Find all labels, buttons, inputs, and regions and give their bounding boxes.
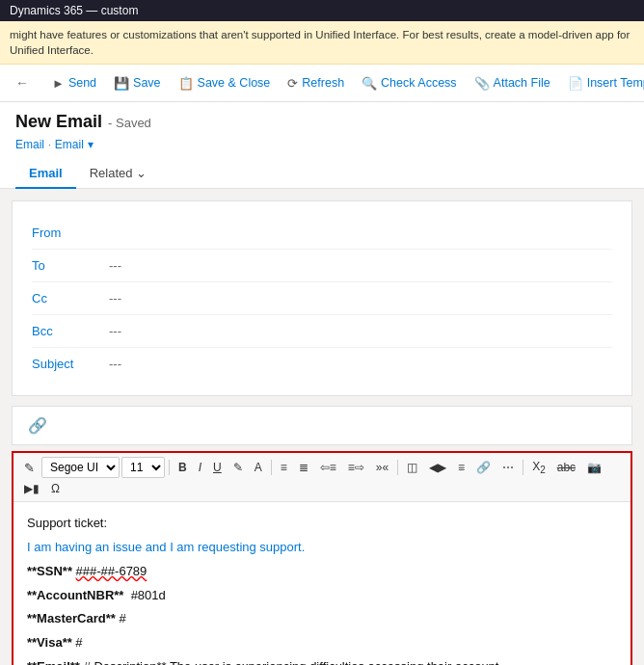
rte-increase-indent-button[interactable]: ≡⇨ <box>343 459 369 476</box>
insert-template-button[interactable]: 📄 Insert Templat... <box>560 71 644 95</box>
rte-strikethrough2-button[interactable]: abc <box>552 459 580 476</box>
tab-email[interactable]: Email <box>15 159 76 189</box>
cc-value[interactable]: --- <box>109 291 121 306</box>
from-label: From <box>32 226 109 240</box>
bcc-label: Bcc <box>32 324 109 338</box>
rte-line-1: Support ticket: <box>27 514 617 534</box>
attach-icon: 📎 <box>474 76 490 91</box>
breadcrumb-dropdown-icon[interactable]: ▾ <box>88 138 94 151</box>
rte-format-icon: ✎ <box>19 459 40 477</box>
send-button[interactable]: ► Send <box>44 71 104 95</box>
send-icon: ► <box>52 76 65 91</box>
rte-link-button[interactable]: 🔗 <box>471 459 496 476</box>
rte-bold-button[interactable]: B <box>174 459 192 476</box>
rte-toolbar: ✎ Segoe UI 11 B I U ✎ A ≡ ≣ ⇦≡ ≡⇨ »« ◫ ◀… <box>13 453 631 502</box>
subject-value[interactable]: --- <box>109 357 121 371</box>
rte-italic-button[interactable]: I <box>194 459 206 476</box>
rte-numbered-list-button[interactable]: ≣ <box>294 459 313 476</box>
subject-label: Subject <box>32 357 109 371</box>
rte-body[interactable]: Support ticket: I am having an issue and… <box>13 502 631 665</box>
rte-special-char-button[interactable]: Ω <box>46 480 65 497</box>
breadcrumb-email1[interactable]: Email <box>15 138 44 151</box>
warning-banner: might have features or customizations th… <box>0 21 644 65</box>
rte-sep-2 <box>271 460 272 475</box>
form-row-from: From <box>32 217 612 250</box>
rte-line-7: **Email** # Description** The user is ex… <box>27 657 617 665</box>
insert-template-icon: 📄 <box>568 76 583 91</box>
rte-align-center-button[interactable]: ≡ <box>453 459 470 476</box>
attachment-icon[interactable]: 🔗 <box>28 416 47 435</box>
tab-related[interactable]: Related ⌄ <box>76 159 160 189</box>
rte-sep-1 <box>169 460 170 475</box>
save-close-icon: 📋 <box>178 76 194 91</box>
rte-font-family[interactable]: Segoe UI <box>41 457 120 478</box>
rte-sep-4 <box>523 460 523 475</box>
rte-underline-button[interactable]: U <box>208 459 227 476</box>
refresh-icon: ⟳ <box>287 76 298 91</box>
rte-block-quote-button[interactable]: »« <box>371 459 393 476</box>
save-icon: 💾 <box>114 76 129 91</box>
rte-video-button[interactable]: ▶▮ <box>19 480 44 497</box>
rte-line-6: **Visa** # <box>27 633 617 653</box>
attach-file-button[interactable]: 📎 Attach File <box>467 71 558 95</box>
rte-align-left-button[interactable]: ◀▶ <box>424 459 451 476</box>
title-bar-text: Dynamics 365 — custom <box>10 4 138 17</box>
bcc-value[interactable]: --- <box>109 324 121 338</box>
form-row-bcc: Bcc --- <box>32 315 612 348</box>
email-form-card: From To --- Cc --- Bcc --- Subject --- <box>12 200 632 396</box>
rte-sep-3 <box>397 460 398 475</box>
page-title: New Email <box>15 112 102 132</box>
breadcrumb-separator: · <box>48 140 51 150</box>
rte-strikethrough-button[interactable]: ✎ <box>228 459 248 476</box>
title-bar: Dynamics 365 — custom <box>0 0 644 21</box>
refresh-button[interactable]: ⟳ Refresh <box>280 71 352 95</box>
back-button[interactable]: ← <box>8 70 37 95</box>
check-access-button[interactable]: 🔍 Check Access <box>354 71 465 95</box>
tab-related-chevron: ⌄ <box>136 166 147 180</box>
rte-subscript-button[interactable]: X2 <box>527 458 550 477</box>
rte-decrease-indent-button[interactable]: ⇦≡ <box>315 459 341 476</box>
save-close-button[interactable]: 📋 Save & Close <box>171 71 279 95</box>
rte-line-4: **AccountNBR** #801d <box>27 586 617 606</box>
rte-table-button[interactable]: ◫ <box>402 459 422 476</box>
breadcrumb-email2[interactable]: Email <box>55 138 84 151</box>
rte-font-color-button[interactable]: A <box>250 459 267 476</box>
tabs: Email Related ⌄ <box>15 159 629 188</box>
toolbar: ← ► Send 💾 Save 📋 Save & Close ⟳ Refresh… <box>0 65 644 102</box>
saved-status: - Saved <box>108 116 151 130</box>
rte-container: ✎ Segoe UI 11 B I U ✎ A ≡ ≣ ⇦≡ ≡⇨ »« ◫ ◀… <box>12 451 632 665</box>
form-row-cc: Cc --- <box>32 282 612 315</box>
form-row-to: To --- <box>32 250 612 282</box>
save-button[interactable]: 💾 Save <box>106 71 169 95</box>
rte-line-5: **MasterCard** # <box>27 609 617 629</box>
rte-image-button[interactable]: 📷 <box>582 459 606 476</box>
attachment-area: 🔗 <box>12 406 632 445</box>
breadcrumb: Email · Email ▾ <box>15 138 629 151</box>
to-label: To <box>32 258 109 273</box>
check-access-icon: 🔍 <box>362 76 377 91</box>
rte-line-3: **SSN** ###-##-6789 <box>27 562 617 582</box>
rte-line-2: I am having an issue and I am requesting… <box>27 538 617 558</box>
page-header: New Email - Saved Email · Email ▾ Email … <box>0 102 644 189</box>
rte-font-size[interactable]: 11 <box>121 457 165 478</box>
to-value[interactable]: --- <box>109 258 121 273</box>
rte-more-button[interactable]: ⋯ <box>497 459 519 476</box>
cc-label: Cc <box>32 291 109 306</box>
form-row-subject: Subject --- <box>32 348 612 380</box>
main-content: From To --- Cc --- Bcc --- Subject --- 🔗… <box>0 189 644 665</box>
rte-bullet-list-button[interactable]: ≡ <box>276 459 292 476</box>
